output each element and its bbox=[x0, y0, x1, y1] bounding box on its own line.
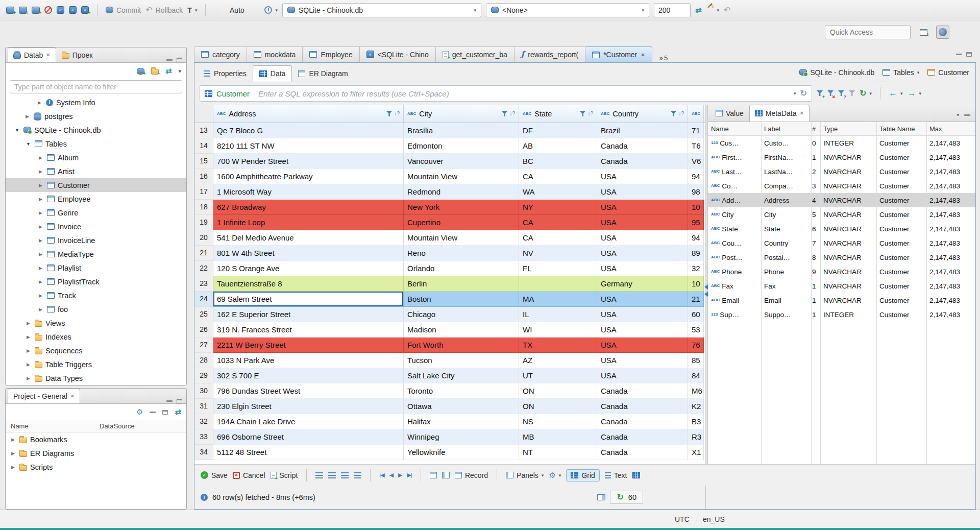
tree-item-system-info[interactable]: System Info bbox=[6, 95, 186, 109]
row-number[interactable]: 20 bbox=[194, 230, 213, 246]
maximize-icon[interactable] bbox=[177, 58, 182, 62]
sort-icon[interactable] bbox=[678, 111, 684, 116]
first-row-button[interactable] bbox=[379, 472, 384, 478]
grid-cell[interactable]: Canada bbox=[597, 414, 688, 429]
grid-cell[interactable]: 89 bbox=[688, 246, 704, 261]
row-number[interactable]: 18 bbox=[194, 200, 213, 215]
metadata-cell[interactable]: INTEGER bbox=[820, 139, 876, 147]
grid-row-30[interactable]: 30796 Dundas Street WestTorontoONCanadaM… bbox=[194, 383, 705, 399]
grid-cell[interactable]: 194A Chain Lake Drive bbox=[213, 414, 404, 429]
grid-cell[interactable]: 98 bbox=[688, 184, 704, 200]
grid-row-20[interactable]: 20541 Del Medio AvenueMountain ViewCAUSA… bbox=[194, 230, 705, 246]
grid-row-17[interactable]: 171 Microsoft WayRedmondWAUSA98 bbox=[194, 184, 705, 200]
magic-wand-button[interactable]: ▾ bbox=[706, 6, 720, 14]
open-perspective-button[interactable] bbox=[917, 26, 930, 39]
tab-er-diagram[interactable]: ER Diagram bbox=[292, 65, 354, 82]
grid-cell[interactable]: 801 W 4th Street bbox=[213, 246, 404, 261]
new-connection-icon[interactable]: + bbox=[6, 7, 14, 14]
expand-arrow-icon[interactable] bbox=[25, 376, 32, 381]
metadata-row[interactable]: Sup…Suppo…1INTEGERCustomer2,147,483 bbox=[708, 307, 975, 322]
row-number[interactable]: 32 bbox=[194, 414, 213, 429]
fetch-size-input[interactable] bbox=[654, 3, 691, 17]
row-number[interactable]: 29 bbox=[194, 368, 213, 383]
metadata-cell[interactable]: Custo… bbox=[761, 139, 811, 147]
metadata-cell[interactable]: 9 bbox=[811, 268, 820, 276]
tree-item-genre[interactable]: Genre bbox=[6, 206, 186, 220]
grid-cell[interactable]: USA bbox=[597, 292, 688, 307]
grid-cell[interactable]: Chicago bbox=[404, 307, 519, 322]
grid-cell[interactable]: 94 bbox=[688, 169, 704, 184]
metadata-name-cell[interactable]: State bbox=[708, 225, 761, 233]
grid-row-31[interactable]: 31230 Elgin StreetOttawaONCanadaK2 bbox=[194, 399, 705, 414]
grid-cell[interactable]: 1 Infinite Loop bbox=[213, 215, 404, 230]
grid-cell[interactable]: IL bbox=[519, 307, 597, 322]
minimize-icon[interactable] bbox=[166, 59, 173, 61]
metadata-cell[interactable]: 1 bbox=[811, 297, 820, 304]
metadata-cell[interactable]: Customer bbox=[876, 154, 926, 161]
grid-cell[interactable]: 230 Elgin Street bbox=[213, 399, 404, 414]
grid-cell[interactable]: USA bbox=[597, 184, 688, 200]
expand-arrow-icon[interactable] bbox=[37, 155, 44, 160]
metadata-cell[interactable]: NVARCHAR bbox=[820, 211, 876, 219]
cancel-button[interactable]: Cancel bbox=[233, 471, 265, 479]
metadata-row[interactable]: FaxFax1NVARCHARCustomer2,147,483 bbox=[708, 279, 975, 293]
grid-cell[interactable]: Mountain View bbox=[404, 169, 519, 184]
metadata-cell[interactable]: Postal… bbox=[761, 254, 811, 261]
grid-cell[interactable]: USA bbox=[597, 200, 688, 215]
grid-cell[interactable]: M6 bbox=[688, 383, 704, 399]
tree-item-invoice[interactable]: Invoice bbox=[6, 220, 186, 233]
metadata-name-cell[interactable]: Email bbox=[708, 297, 761, 304]
metadata-cell[interactable]: Customer bbox=[876, 168, 926, 176]
grid-cell[interactable]: NS bbox=[519, 414, 597, 429]
grid-cell[interactable]: 302 S 700 E bbox=[213, 368, 404, 383]
row-number[interactable]: 15 bbox=[194, 154, 213, 169]
project-item-scripts[interactable]: Scripts bbox=[6, 460, 186, 474]
project-item-er-diagrams[interactable]: ER Diagrams bbox=[6, 446, 186, 460]
expand-arrow-icon[interactable] bbox=[25, 321, 32, 326]
editor-tab-get_customer_ba[interactable]: get_customer_ba bbox=[436, 46, 514, 62]
grid-cell[interactable]: V6 bbox=[688, 154, 704, 169]
metadata-cell[interactable]: 2,147,483 bbox=[926, 197, 975, 204]
metadata-cell[interactable]: NVARCHAR bbox=[820, 154, 876, 161]
tree-item-indexes[interactable]: Indexes bbox=[6, 330, 186, 344]
grid-cell[interactable]: Canada bbox=[597, 429, 688, 445]
close-icon[interactable] bbox=[70, 393, 75, 399]
expand-arrow-icon[interactable] bbox=[10, 437, 16, 442]
metadata-row[interactable]: EmailEmail1NVARCHARCustomer2,147,483 bbox=[708, 293, 975, 307]
tree-item-invoiceline[interactable]: InvoiceLine bbox=[6, 233, 186, 247]
tree-item-artist[interactable]: Artist bbox=[6, 164, 186, 178]
metadata-cell[interactable]: 1 bbox=[811, 282, 820, 290]
metadata-name-cell[interactable]: Phone bbox=[708, 268, 761, 276]
metadata-name-cell[interactable]: Fax bbox=[708, 282, 761, 290]
grid-cell[interactable]: New York bbox=[404, 200, 519, 215]
expand-arrow-icon[interactable] bbox=[37, 183, 44, 188]
grid-cell[interactable]: 71 bbox=[688, 123, 704, 138]
row-number[interactable]: 13 bbox=[194, 123, 213, 138]
metadata-cell[interactable]: NVARCHAR bbox=[820, 254, 876, 261]
add-filter-button[interactable]: + bbox=[817, 89, 823, 98]
grid-cell[interactable]: NT bbox=[519, 445, 597, 460]
grid-row-18[interactable]: 18627 BroadwayNew YorkNYUSA10 bbox=[194, 200, 705, 215]
tree-item-views[interactable]: Views bbox=[6, 316, 186, 330]
expand-arrow-icon[interactable] bbox=[36, 100, 43, 105]
row-number[interactable]: 31 bbox=[194, 399, 213, 414]
metadata-row[interactable]: PhonePhone9NVARCHARCustomer2,147,483 bbox=[708, 264, 975, 279]
column-datasource[interactable]: DataSource bbox=[100, 422, 135, 430]
expand-arrow-icon[interactable] bbox=[10, 451, 16, 456]
grid-cell[interactable]: Berlin bbox=[404, 276, 519, 292]
metadata-cell[interactable]: 2,147,483 bbox=[926, 311, 975, 319]
grid-cell[interactable]: NY bbox=[519, 200, 597, 215]
undo-icon[interactable] bbox=[724, 5, 730, 15]
grid-cell[interactable]: 10 bbox=[688, 276, 704, 292]
record-button[interactable]: Record bbox=[455, 471, 488, 479]
tree-item-foo[interactable]: foo bbox=[6, 302, 186, 316]
grid-cell[interactable]: CA bbox=[519, 215, 597, 230]
tree-item-sequences[interactable]: Sequences bbox=[6, 344, 186, 357]
grid-row-34[interactable]: 345112 48 StreetYellowknifeNTCanadaX1 bbox=[194, 445, 705, 460]
grid-cell[interactable]: WA bbox=[519, 184, 597, 200]
grid-cell[interactable]: 5112 48 Street bbox=[213, 445, 404, 460]
grid-cell[interactable]: 32 bbox=[688, 261, 704, 276]
metadata-cell[interactable]: Compa… bbox=[761, 182, 811, 190]
grid-cell[interactable]: 94 bbox=[688, 230, 704, 246]
grid-cell[interactable]: TX bbox=[519, 338, 597, 353]
